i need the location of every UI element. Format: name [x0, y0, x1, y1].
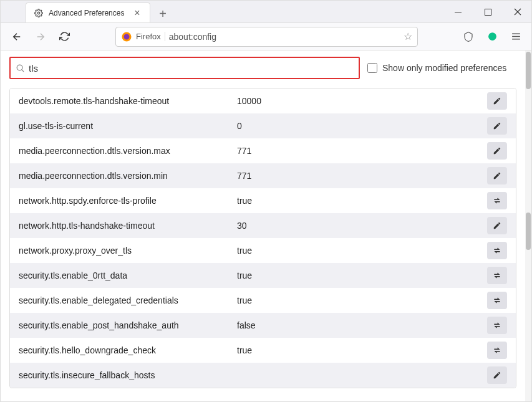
scrollbar[interactable]: [525, 50, 531, 401]
toggle-button[interactable]: [487, 242, 507, 259]
identity-label: Firefox: [136, 32, 165, 41]
close-tab-button[interactable]: ×: [132, 8, 142, 18]
toggle-button[interactable]: [487, 267, 507, 284]
pref-value: true: [237, 295, 487, 305]
pref-row: security.tls.enable_post_handshake_authf…: [10, 313, 516, 338]
pref-row: security.tls.enable_delegated_credential…: [10, 288, 516, 313]
close-window-button[interactable]: [504, 1, 531, 23]
toggle-button[interactable]: [487, 292, 507, 309]
edit-button[interactable]: [487, 167, 507, 184]
pref-value: 771: [237, 171, 487, 181]
pref-name: security.tls.enable_0rtt_data: [19, 270, 237, 280]
pref-value: 10000: [237, 96, 487, 106]
pref-name: network.http.spdy.enforce-tls-profile: [19, 196, 237, 206]
pref-row: media.peerconnection.dtls.version.min771: [10, 163, 516, 188]
search-box[interactable]: [9, 57, 360, 79]
maximize-button[interactable]: [474, 1, 501, 23]
pref-value: true: [237, 345, 487, 355]
tab-title: Advanced Preferences: [49, 9, 127, 17]
pref-row: gl.use-tls-is-current0: [10, 113, 516, 138]
toolbar: Firefox about:config ☆: [1, 23, 531, 50]
gear-icon: [34, 8, 44, 18]
pref-value: 30: [237, 221, 487, 231]
edit-button[interactable]: [487, 217, 507, 234]
content-area: Show only modified preferences devtools.…: [1, 50, 525, 401]
extension-button[interactable]: [483, 27, 501, 46]
edit-button[interactable]: [487, 92, 507, 110]
toggle-button[interactable]: [487, 317, 507, 334]
search-icon: [16, 64, 25, 73]
titlebar: Advanced Preferences × +: [1, 1, 531, 23]
search-input[interactable]: [29, 63, 354, 74]
pref-row: security.tls.hello_downgrade_checktrue: [10, 338, 516, 363]
pref-value: true: [237, 270, 487, 280]
toggle-button[interactable]: [487, 192, 507, 209]
app-menu-button[interactable]: [506, 27, 525, 46]
scrollbar-thumb[interactable]: [526, 52, 531, 89]
pref-row: devtools.remote.tls-handshake-timeout100…: [10, 89, 516, 113]
firefox-icon: [121, 31, 132, 42]
edit-button[interactable]: [487, 366, 507, 384]
new-tab-button[interactable]: +: [154, 5, 172, 22]
pref-table: devtools.remote.tls-handshake-timeout100…: [9, 88, 516, 388]
window-controls: [444, 1, 531, 23]
pref-name: gl.use-tls-is-current: [19, 121, 237, 131]
svg-point-4: [488, 32, 496, 41]
scrollbar-thumb[interactable]: [526, 213, 531, 250]
toggle-button[interactable]: [487, 342, 507, 359]
pref-value: true: [237, 246, 487, 256]
browser-tab[interactable]: Advanced Preferences ×: [26, 2, 150, 22]
search-row: Show only modified preferences: [1, 50, 525, 85]
pref-row: security.tls.insecure_fallback_hosts: [10, 363, 516, 388]
pref-name: network.http.tls-handshake-timeout: [19, 221, 237, 231]
urlbar[interactable]: Firefox about:config ☆: [115, 27, 418, 47]
minimize-button[interactable]: [444, 1, 472, 23]
pref-row: media.peerconnection.dtls.version.max771: [10, 138, 516, 163]
pref-row: security.tls.enable_0rtt_datatrue: [10, 263, 516, 288]
pref-name: security.tls.enable_delegated_credential…: [19, 295, 237, 305]
pocket-button[interactable]: [459, 27, 478, 46]
pref-name: security.tls.enable_post_handshake_auth: [19, 320, 237, 330]
svg-point-5: [17, 65, 22, 70]
pref-value: 771: [237, 146, 487, 156]
svg-rect-1: [485, 9, 491, 15]
back-button[interactable]: [7, 27, 27, 47]
pref-row: network.proxy.proxy_over_tlstrue: [10, 238, 516, 263]
pref-row: network.http.spdy.enforce-tls-profiletru…: [10, 188, 516, 213]
pref-name: security.tls.insecure_fallback_hosts: [19, 370, 237, 380]
pref-name: devtools.remote.tls-handshake-timeout: [19, 96, 237, 106]
bookmark-star-icon[interactable]: ☆: [404, 31, 412, 42]
pref-value: false: [237, 320, 487, 330]
reload-button[interactable]: [54, 27, 74, 47]
pref-name: network.proxy.proxy_over_tls: [19, 246, 237, 256]
svg-point-0: [37, 12, 40, 14]
show-modified-checkbox-label[interactable]: Show only modified preferences: [367, 63, 506, 73]
edit-button[interactable]: [487, 117, 507, 135]
edit-button[interactable]: [487, 142, 507, 160]
svg-point-3: [124, 34, 130, 39]
forward-button[interactable]: [31, 27, 51, 47]
show-modified-text: Show only modified preferences: [382, 63, 506, 73]
pref-name: media.peerconnection.dtls.version.min: [19, 171, 237, 181]
url-text: about:config: [169, 32, 400, 42]
pref-value: 0: [237, 121, 487, 131]
pref-value: true: [237, 196, 487, 206]
pref-row: network.http.tls-handshake-timeout30: [10, 213, 516, 238]
pref-name: media.peerconnection.dtls.version.max: [19, 146, 237, 156]
show-modified-checkbox[interactable]: [367, 63, 377, 73]
pref-name: security.tls.hello_downgrade_check: [19, 345, 237, 355]
